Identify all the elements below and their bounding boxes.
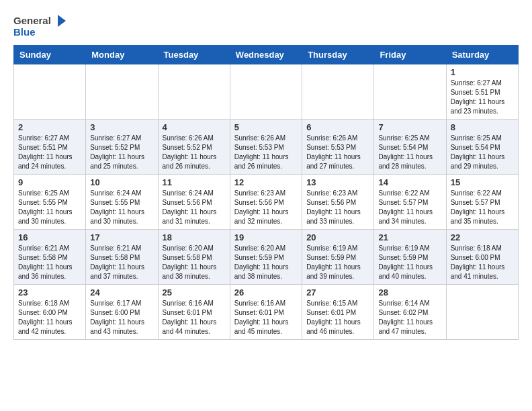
header: General Blue	[13, 13, 519, 38]
calendar-cell: 10Sunrise: 6:24 AM Sunset: 5:55 PM Dayli…	[86, 174, 158, 229]
calendar-cell: 12Sunrise: 6:23 AM Sunset: 5:56 PM Dayli…	[230, 174, 302, 229]
calendar-week-2: 2Sunrise: 6:27 AM Sunset: 5:51 PM Daylig…	[14, 119, 519, 174]
day-number: 7	[378, 122, 441, 132]
day-info: Sunrise: 6:17 AM Sunset: 6:00 PM Dayligh…	[90, 299, 153, 336]
logo-blue: Blue	[13, 27, 67, 38]
calendar-cell: 1Sunrise: 6:27 AM Sunset: 5:51 PM Daylig…	[446, 64, 518, 119]
calendar-cell	[86, 64, 158, 119]
day-info: Sunrise: 6:27 AM Sunset: 5:51 PM Dayligh…	[451, 79, 514, 116]
day-number: 19	[234, 232, 298, 242]
day-info: Sunrise: 6:24 AM Sunset: 5:56 PM Dayligh…	[163, 189, 226, 226]
calendar-cell: 4Sunrise: 6:26 AM Sunset: 5:52 PM Daylig…	[158, 119, 230, 174]
day-number: 26	[234, 287, 298, 298]
calendar-cell: 2Sunrise: 6:27 AM Sunset: 5:51 PM Daylig…	[14, 119, 86, 174]
weekday-header-sunday: Sunday	[14, 45, 86, 64]
day-number: 16	[18, 232, 81, 242]
calendar-cell: 7Sunrise: 6:25 AM Sunset: 5:54 PM Daylig…	[374, 119, 446, 174]
day-info: Sunrise: 6:14 AM Sunset: 6:02 PM Dayligh…	[378, 299, 441, 336]
day-info: Sunrise: 6:25 AM Sunset: 5:54 PM Dayligh…	[451, 134, 514, 171]
day-info: Sunrise: 6:23 AM Sunset: 5:56 PM Dayligh…	[234, 189, 298, 226]
svg-marker-0	[58, 15, 66, 27]
calendar-cell	[374, 64, 446, 119]
day-info: Sunrise: 6:25 AM Sunset: 5:55 PM Dayligh…	[18, 189, 81, 226]
day-number: 1	[451, 67, 514, 77]
day-number: 25	[163, 287, 226, 298]
logo-arrow-icon	[52, 13, 67, 28]
day-info: Sunrise: 6:22 AM Sunset: 5:57 PM Dayligh…	[451, 189, 514, 226]
day-number: 18	[163, 232, 226, 242]
calendar-week-1: 1Sunrise: 6:27 AM Sunset: 5:51 PM Daylig…	[14, 64, 519, 119]
calendar-week-4: 16Sunrise: 6:21 AM Sunset: 5:58 PM Dayli…	[14, 229, 519, 284]
day-number: 15	[451, 177, 514, 187]
day-info: Sunrise: 6:22 AM Sunset: 5:57 PM Dayligh…	[378, 189, 441, 226]
day-number: 11	[163, 177, 226, 187]
calendar-cell: 13Sunrise: 6:23 AM Sunset: 5:56 PM Dayli…	[302, 174, 374, 229]
calendar-cell: 28Sunrise: 6:14 AM Sunset: 6:02 PM Dayli…	[374, 284, 446, 339]
day-info: Sunrise: 6:21 AM Sunset: 5:58 PM Dayligh…	[18, 244, 81, 281]
weekday-header-row: SundayMondayTuesdayWednesdayThursdayFrid…	[14, 45, 519, 64]
day-number: 23	[18, 287, 81, 298]
day-number: 17	[90, 232, 153, 242]
day-number: 13	[306, 177, 369, 187]
calendar-cell: 3Sunrise: 6:27 AM Sunset: 5:52 PM Daylig…	[86, 119, 158, 174]
day-info: Sunrise: 6:19 AM Sunset: 5:59 PM Dayligh…	[306, 244, 369, 281]
calendar-cell: 19Sunrise: 6:20 AM Sunset: 5:59 PM Dayli…	[230, 229, 302, 284]
logo-text: General Blue	[13, 13, 67, 38]
day-number: 8	[451, 122, 514, 132]
calendar-cell: 25Sunrise: 6:16 AM Sunset: 6:01 PM Dayli…	[158, 284, 230, 339]
calendar-cell: 15Sunrise: 6:22 AM Sunset: 5:57 PM Dayli…	[446, 174, 518, 229]
day-info: Sunrise: 6:20 AM Sunset: 5:59 PM Dayligh…	[234, 244, 298, 281]
calendar-cell: 14Sunrise: 6:22 AM Sunset: 5:57 PM Dayli…	[374, 174, 446, 229]
calendar-cell: 8Sunrise: 6:25 AM Sunset: 5:54 PM Daylig…	[446, 119, 518, 174]
calendar-cell: 26Sunrise: 6:16 AM Sunset: 6:01 PM Dayli…	[230, 284, 302, 339]
logo-general: General	[13, 15, 51, 27]
weekday-header-thursday: Thursday	[302, 45, 374, 64]
day-number: 24	[90, 287, 153, 298]
calendar-cell: 21Sunrise: 6:19 AM Sunset: 5:59 PM Dayli…	[374, 229, 446, 284]
calendar-cell: 22Sunrise: 6:18 AM Sunset: 6:00 PM Dayli…	[446, 229, 518, 284]
day-number: 22	[451, 232, 514, 242]
calendar-cell: 18Sunrise: 6:20 AM Sunset: 5:58 PM Dayli…	[158, 229, 230, 284]
day-info: Sunrise: 6:24 AM Sunset: 5:55 PM Dayligh…	[90, 189, 153, 226]
day-number: 20	[306, 232, 369, 242]
calendar-cell: 9Sunrise: 6:25 AM Sunset: 5:55 PM Daylig…	[14, 174, 86, 229]
weekday-header-saturday: Saturday	[446, 45, 518, 64]
day-number: 6	[306, 122, 369, 132]
day-number: 2	[18, 122, 81, 132]
day-info: Sunrise: 6:25 AM Sunset: 5:54 PM Dayligh…	[378, 134, 441, 171]
day-info: Sunrise: 6:23 AM Sunset: 5:56 PM Dayligh…	[306, 189, 369, 226]
day-info: Sunrise: 6:21 AM Sunset: 5:58 PM Dayligh…	[90, 244, 153, 281]
weekday-header-tuesday: Tuesday	[158, 45, 230, 64]
day-number: 12	[234, 177, 298, 187]
calendar-cell	[158, 64, 230, 119]
calendar-cell: 23Sunrise: 6:18 AM Sunset: 6:00 PM Dayli…	[14, 284, 86, 339]
day-info: Sunrise: 6:18 AM Sunset: 6:00 PM Dayligh…	[451, 244, 514, 281]
calendar-cell: 6Sunrise: 6:26 AM Sunset: 5:53 PM Daylig…	[302, 119, 374, 174]
day-number: 4	[163, 122, 226, 132]
day-info: Sunrise: 6:26 AM Sunset: 5:53 PM Dayligh…	[306, 134, 369, 171]
day-number: 3	[90, 122, 153, 132]
calendar-cell: 11Sunrise: 6:24 AM Sunset: 5:56 PM Dayli…	[158, 174, 230, 229]
weekday-header-monday: Monday	[86, 45, 158, 64]
day-info: Sunrise: 6:15 AM Sunset: 6:01 PM Dayligh…	[306, 299, 369, 336]
day-info: Sunrise: 6:16 AM Sunset: 6:01 PM Dayligh…	[163, 299, 226, 336]
calendar-week-3: 9Sunrise: 6:25 AM Sunset: 5:55 PM Daylig…	[14, 174, 519, 229]
weekday-header-friday: Friday	[374, 45, 446, 64]
day-number: 9	[18, 177, 81, 187]
calendar-cell: 16Sunrise: 6:21 AM Sunset: 5:58 PM Dayli…	[14, 229, 86, 284]
day-number: 14	[378, 177, 441, 187]
day-info: Sunrise: 6:20 AM Sunset: 5:58 PM Dayligh…	[163, 244, 226, 281]
calendar-cell	[302, 64, 374, 119]
calendar-cell: 24Sunrise: 6:17 AM Sunset: 6:00 PM Dayli…	[86, 284, 158, 339]
day-info: Sunrise: 6:26 AM Sunset: 5:52 PM Dayligh…	[163, 134, 226, 171]
calendar: SundayMondayTuesdayWednesdayThursdayFrid…	[13, 45, 519, 340]
calendar-cell: 27Sunrise: 6:15 AM Sunset: 6:01 PM Dayli…	[302, 284, 374, 339]
day-info: Sunrise: 6:27 AM Sunset: 5:52 PM Dayligh…	[90, 134, 153, 171]
day-number: 5	[234, 122, 298, 132]
day-number: 10	[90, 177, 153, 187]
calendar-cell: 20Sunrise: 6:19 AM Sunset: 5:59 PM Dayli…	[302, 229, 374, 284]
day-number: 21	[378, 232, 441, 242]
day-info: Sunrise: 6:18 AM Sunset: 6:00 PM Dayligh…	[18, 299, 81, 336]
day-info: Sunrise: 6:27 AM Sunset: 5:51 PM Dayligh…	[18, 134, 81, 171]
calendar-cell	[446, 284, 518, 339]
